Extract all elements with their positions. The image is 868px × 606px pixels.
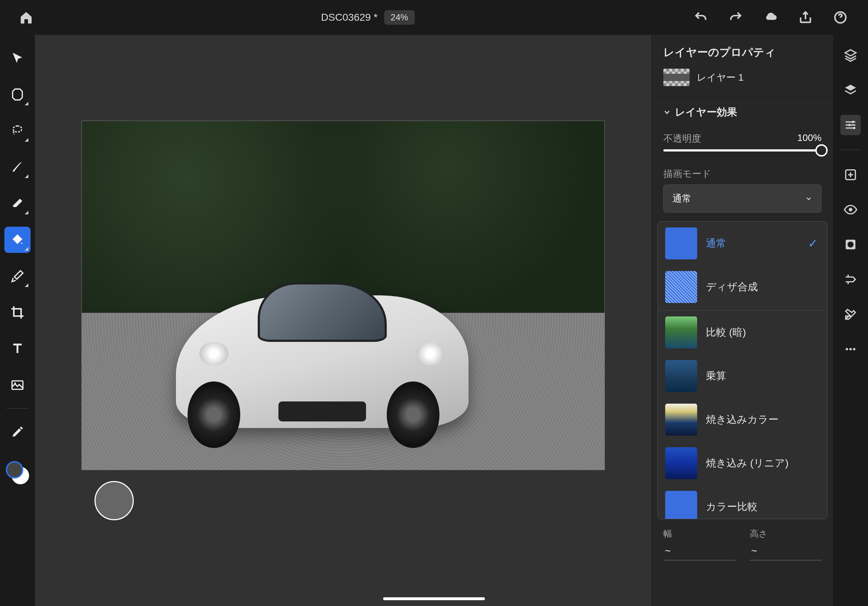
home-button[interactable]	[17, 9, 35, 26]
check-icon: ✓	[808, 237, 820, 250]
cloud-sync-icon[interactable]	[762, 9, 779, 26]
blend-thumbnail	[665, 403, 697, 436]
properties-panel: レイヤーのプロパティ レイヤー 1 レイヤー効果 不透明度 100% 描画モード…	[651, 35, 833, 606]
canvas-image[interactable]	[81, 121, 605, 470]
blend-option-label: 焼き込み (リニア)	[706, 456, 799, 470]
eyedropper-tool[interactable]	[5, 419, 31, 445]
blend-mode-selected: 通常	[673, 192, 691, 205]
svg-point-11	[849, 348, 852, 351]
svg-point-2	[14, 383, 16, 384]
blend-mode-dropdown[interactable]: 通常	[663, 185, 822, 213]
add-layer-button[interactable]	[840, 165, 861, 185]
undo-button[interactable]	[692, 9, 710, 26]
layers-panel-button[interactable]	[840, 45, 861, 65]
blend-option-label: カラー比較	[706, 500, 799, 514]
blend-option-label: 比較 (暗)	[706, 326, 799, 339]
layer-name-label: レイヤー 1	[697, 71, 744, 84]
width-value[interactable]: ~	[663, 543, 735, 561]
blend-mode-option[interactable]: 焼き込みカラー	[658, 398, 827, 441]
blend-option-label: ディザ合成	[706, 280, 799, 294]
zoom-level[interactable]: 24%	[384, 10, 415, 25]
blend-thumbnail	[665, 317, 697, 348]
blend-option-label: 焼き込みカラー	[706, 413, 799, 427]
svg-point-4	[848, 124, 851, 127]
blend-mode-option[interactable]: 比較 (暗)	[658, 310, 827, 354]
mask-button[interactable]	[840, 234, 861, 255]
color-swatches[interactable]	[5, 459, 31, 486]
move-tool[interactable]	[5, 45, 31, 71]
svg-point-3	[852, 121, 854, 123]
blend-thumbnail	[665, 491, 697, 519]
blend-mode-option[interactable]: 通常✓	[658, 222, 827, 265]
foreground-color-swatch[interactable]	[6, 461, 23, 478]
layer-properties-button[interactable]	[840, 80, 861, 100]
opacity-label: 不透明度	[663, 132, 701, 145]
blend-thumbnail	[665, 271, 697, 303]
height-value[interactable]: ~	[750, 543, 822, 561]
blend-mode-menu: 通常✓ディザ合成比較 (暗)乗算焼き込みカラー焼き込み (リニア)カラー比較	[657, 221, 827, 519]
top-bar: DSC03629 * 24%	[0, 0, 868, 35]
brush-size-preview[interactable]	[95, 481, 134, 520]
svg-point-9	[848, 241, 854, 248]
height-label: 高さ	[750, 528, 822, 540]
clip-button[interactable]	[840, 269, 861, 289]
crop-tool[interactable]	[5, 299, 31, 326]
place-image-tool[interactable]	[5, 372, 31, 398]
right-rail	[833, 35, 868, 606]
blend-option-label: 乗算	[706, 369, 799, 383]
layer-effects-header[interactable]: レイヤー効果	[652, 96, 833, 128]
more-button[interactable]	[840, 339, 861, 359]
blend-mode-option[interactable]: カラー比較	[658, 485, 827, 519]
blend-mode-option[interactable]: 乗算	[658, 354, 827, 398]
svg-point-5	[853, 127, 856, 129]
blend-thumbnail	[665, 227, 697, 260]
blend-mode-option[interactable]: ディザ合成	[658, 265, 827, 309]
blend-thumbnail	[665, 360, 697, 392]
canvas-area[interactable]	[35, 35, 651, 606]
text-tool[interactable]	[5, 336, 31, 362]
left-toolbar	[0, 35, 35, 606]
document-title: DSC03629 *	[321, 12, 378, 23]
share-button[interactable]	[797, 9, 814, 26]
blend-thumbnail	[665, 447, 697, 479]
blend-mode-label: 描画モード	[663, 167, 711, 180]
svg-point-12	[853, 348, 856, 351]
blend-mode-option[interactable]: 焼き込み (リニア)	[658, 441, 827, 485]
properties-title: レイヤーのプロパティ	[663, 45, 822, 60]
chevron-down-icon	[805, 195, 812, 203]
help-button[interactable]	[832, 9, 849, 26]
svg-point-7	[849, 208, 852, 212]
visibility-button[interactable]	[840, 199, 861, 220]
active-layer-row[interactable]: レイヤー 1	[663, 69, 822, 86]
svg-point-10	[846, 348, 848, 351]
layer-thumbnail	[663, 69, 690, 86]
adjustments-button[interactable]	[840, 115, 861, 135]
width-label: 幅	[663, 528, 735, 540]
opacity-value: 100%	[797, 132, 822, 145]
effects-title: レイヤー効果	[675, 105, 737, 119]
opacity-slider[interactable]	[663, 149, 822, 152]
redo-button[interactable]	[727, 9, 744, 26]
blend-option-label: 通常	[706, 237, 799, 250]
home-indicator	[383, 597, 485, 600]
delete-button[interactable]	[840, 304, 861, 325]
